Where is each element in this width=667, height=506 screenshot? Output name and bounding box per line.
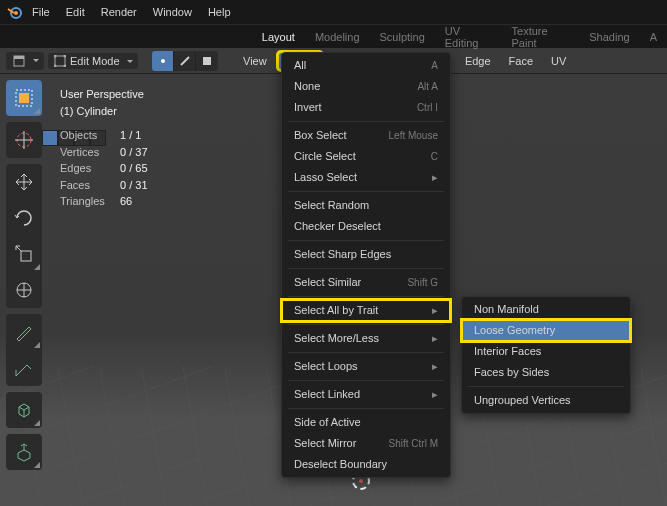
menu-edit[interactable]: Edit <box>58 2 93 22</box>
select-menu-item-circle-select[interactable]: Circle SelectC <box>282 146 450 167</box>
tool-measure[interactable] <box>6 350 42 386</box>
select-menu-item-select-all-by-trait[interactable]: Select All by Trait▸ <box>282 300 450 321</box>
editor-type-dropdown[interactable] <box>6 52 44 70</box>
viewport-hud: User Perspective (1) Cylinder Objects1 /… <box>60 86 148 210</box>
tab-animation[interactable]: A <box>640 27 667 47</box>
hud-label: Objects <box>60 127 114 144</box>
svg-point-9 <box>161 59 165 63</box>
mode-label: Edit Mode <box>70 55 120 67</box>
tab-modeling[interactable]: Modeling <box>305 27 370 47</box>
svg-rect-17 <box>21 251 31 261</box>
trait-menu-item-loose-geometry[interactable]: Loose Geometry <box>462 320 630 341</box>
select-menu: AllANoneAlt AInvertCtrl IBox SelectLeft … <box>281 52 451 478</box>
hud-value: 0 / 65 <box>120 160 148 177</box>
header-edge[interactable]: Edge <box>458 52 498 70</box>
select-menu-item-select-linked[interactable]: Select Linked▸ <box>282 384 450 405</box>
header-face[interactable]: Face <box>502 52 540 70</box>
tool-sidebar <box>6 80 42 470</box>
svg-point-1 <box>14 11 18 15</box>
tab-sculpting[interactable]: Sculpting <box>370 27 435 47</box>
select-menu-item-checker-deselect[interactable]: Checker Deselect <box>282 216 450 237</box>
select-mode-buttons <box>152 51 218 71</box>
svg-point-7 <box>54 64 57 67</box>
header-view[interactable]: View <box>236 52 274 70</box>
select-menu-item-select-similar[interactable]: Select SimilarShift G <box>282 272 450 293</box>
tool-move[interactable] <box>6 164 42 200</box>
svg-rect-4 <box>55 56 65 66</box>
tool-scale[interactable] <box>6 236 42 272</box>
hud-value: 1 / 1 <box>120 127 141 144</box>
menu-file[interactable]: File <box>24 2 58 22</box>
select-menu-item-select-sharp-edges[interactable]: Select Sharp Edges <box>282 244 450 265</box>
tab-shading[interactable]: Shading <box>579 27 639 47</box>
tool-rotate[interactable] <box>6 200 42 236</box>
blender-logo-icon <box>4 2 24 22</box>
trait-menu-item-interior-faces[interactable]: Interior Faces <box>462 341 630 362</box>
hud-value: 0 / 31 <box>120 177 148 194</box>
tab-layout[interactable]: Layout <box>252 27 305 47</box>
tab-uv-editing[interactable]: UV Editing <box>435 21 502 53</box>
tool-transform[interactable] <box>6 272 42 308</box>
tool-cursor[interactable] <box>6 122 42 158</box>
tool-select-box[interactable] <box>6 80 42 116</box>
select-menu-item-invert[interactable]: InvertCtrl I <box>282 97 450 118</box>
header-uv[interactable]: UV <box>544 52 573 70</box>
tab-texture-paint[interactable]: Texture Paint <box>502 21 580 53</box>
hud-label: Vertices <box>60 144 114 161</box>
select-menu-item-none[interactable]: NoneAlt A <box>282 76 450 97</box>
select-menu-item-select-mirror[interactable]: Select MirrorShift Ctrl M <box>282 433 450 454</box>
svg-rect-11 <box>203 57 211 65</box>
trait-menu-item-ungrouped-vertices: Ungrouped Vertices <box>462 390 630 411</box>
select-menu-item-select-random[interactable]: Select Random <box>282 195 450 216</box>
hud-label: Faces <box>60 177 114 194</box>
svg-rect-13 <box>19 93 29 103</box>
hud-label: Triangles <box>60 193 114 210</box>
select-menu-item-side-of-active[interactable]: Side of Active <box>282 412 450 433</box>
hud-perspective: User Perspective <box>60 86 148 103</box>
menu-help[interactable]: Help <box>200 2 239 22</box>
svg-point-5 <box>54 55 57 58</box>
svg-point-8 <box>64 64 67 67</box>
select-all-by-trait-submenu: Non ManifoldLoose GeometryInterior Faces… <box>461 296 631 414</box>
edge-select-mode[interactable] <box>174 51 196 71</box>
select-menu-item-select-more-less[interactable]: Select More/Less▸ <box>282 328 450 349</box>
hud-object-name: (1) Cylinder <box>60 103 148 120</box>
svg-rect-3 <box>14 56 24 59</box>
select-menu-item-lasso-select[interactable]: Lasso Select▸ <box>282 167 450 188</box>
trait-menu-item-faces-by-sides[interactable]: Faces by Sides <box>462 362 630 383</box>
hud-value: 0 / 37 <box>120 144 148 161</box>
tool-add-cube[interactable] <box>6 392 42 428</box>
mode-dropdown[interactable]: Edit Mode <box>48 53 138 69</box>
trait-menu-item-non-manifold[interactable]: Non Manifold <box>462 299 630 320</box>
workspace-tabs: Layout Modeling Sculpting UV Editing Tex… <box>0 24 667 48</box>
face-select-mode[interactable] <box>196 51 218 71</box>
selmode-vert[interactable] <box>42 130 58 146</box>
hud-value: 66 <box>120 193 132 210</box>
vertex-select-mode[interactable] <box>152 51 174 71</box>
svg-point-6 <box>64 55 67 58</box>
menu-render[interactable]: Render <box>93 2 145 22</box>
tool-annotate[interactable] <box>6 314 42 350</box>
select-menu-item-box-select[interactable]: Box SelectLeft Mouse <box>282 125 450 146</box>
select-menu-item-deselect-boundary[interactable]: Deselect Boundary <box>282 454 450 475</box>
svg-line-10 <box>181 57 189 65</box>
menu-window[interactable]: Window <box>145 2 200 22</box>
hud-label: Edges <box>60 160 114 177</box>
select-menu-item-all[interactable]: AllA <box>282 55 450 76</box>
tool-extrude[interactable] <box>6 434 42 470</box>
select-menu-item-select-loops[interactable]: Select Loops▸ <box>282 356 450 377</box>
